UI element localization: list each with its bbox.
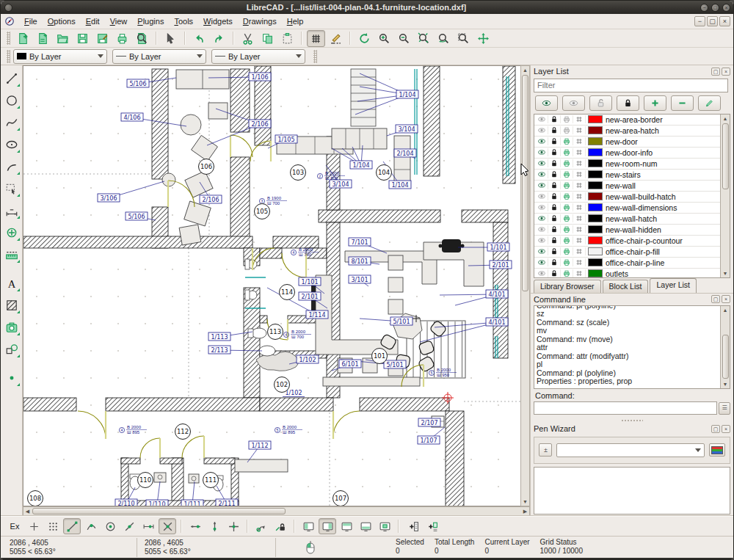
save-as-button[interactable] (93, 30, 112, 47)
layer-row[interactable]: office-chair-p-line (534, 258, 730, 269)
layer-row[interactable]: office-chair-p-countour (534, 236, 730, 247)
layer-row[interactable]: new-wall-hatch (534, 214, 730, 225)
layer-list-scrollbar[interactable]: ▲ ▼ (720, 114, 730, 277)
snap-center-button[interactable] (101, 518, 119, 534)
redraw-button[interactable] (355, 30, 374, 47)
menu-help[interactable]: Help (282, 15, 309, 27)
copy-button[interactable] (258, 30, 277, 47)
dock-area-floating-button[interactable] (376, 518, 393, 534)
dimension-tool-button[interactable] (2, 200, 21, 220)
extra-tool-1-button[interactable] (404, 518, 421, 534)
layer-color-swatch[interactable] (588, 236, 603, 244)
layer-lock-toggle[interactable] (548, 137, 561, 145)
layer-visibility-toggle[interactable] (536, 192, 548, 200)
dock-area-right-button[interactable] (319, 518, 336, 534)
layer-visibility-toggle[interactable] (536, 247, 548, 255)
zoom-window-button[interactable] (454, 30, 473, 47)
layer-scroll-down[interactable]: ▼ (722, 269, 730, 277)
layer-row[interactable]: new-wall-hidden (534, 225, 730, 236)
layer-construction-toggle[interactable] (573, 181, 586, 189)
window-close-button[interactable]: × (722, 4, 730, 12)
command-panel-float-button[interactable]: ▢ (711, 295, 720, 303)
block-tool-button[interactable] (2, 339, 21, 359)
snap-free-button[interactable] (25, 518, 43, 534)
layer-print-toggle[interactable] (561, 192, 573, 200)
draw-arc-button[interactable] (2, 156, 21, 176)
layer-lock-toggle[interactable] (548, 258, 561, 266)
layer-visibility-toggle[interactable] (536, 269, 548, 277)
snap-distance-button[interactable] (139, 518, 157, 534)
layer-visibility-toggle[interactable] (536, 258, 548, 266)
layer-row[interactable]: office-chair-p-fill (534, 247, 730, 258)
point-tool-button[interactable] (2, 368, 21, 388)
layer-visibility-toggle[interactable] (536, 181, 548, 189)
layer-row[interactable]: new-door-info (534, 148, 730, 159)
layer-color-swatch[interactable] (588, 214, 603, 222)
layer-color-swatch[interactable] (588, 126, 603, 134)
layer-lock-toggle[interactable] (548, 269, 561, 277)
layer-row[interactable]: new-wall-dimensions (534, 203, 730, 214)
cmd-scroll-thumb[interactable] (722, 335, 729, 379)
horizontal-scroll-thumb[interactable] (32, 508, 286, 514)
menu-view[interactable]: View (105, 15, 133, 27)
scroll-left-arrow[interactable]: ◀ (23, 507, 32, 515)
print-button[interactable] (113, 30, 131, 47)
layer-lock-toggle[interactable] (548, 148, 561, 156)
menu-drawings[interactable]: Drawings (238, 15, 282, 27)
layer-print-toggle[interactable] (561, 269, 573, 277)
layer-scroll-thumb[interactable] (722, 123, 729, 189)
layer-print-toggle[interactable] (561, 159, 573, 167)
layer-construction-toggle[interactable] (573, 214, 586, 222)
layer-panel-float-button[interactable]: ▢ (711, 68, 720, 76)
layer-lock-toggle[interactable] (548, 203, 561, 211)
layer-list[interactable]: new-area-bordernew-area-hatchnew-doornew… (534, 114, 730, 278)
draw-line-button[interactable] (2, 68, 21, 88)
layer-color-swatch[interactable] (588, 192, 603, 200)
zoom-in-button[interactable] (375, 30, 393, 47)
layer-construction-toggle[interactable] (573, 225, 586, 233)
layer-print-toggle[interactable] (561, 181, 573, 189)
layer-color-swatch[interactable] (588, 148, 603, 156)
layer-construction-toggle[interactable] (573, 247, 586, 255)
layer-print-toggle[interactable] (561, 247, 573, 255)
layer-color-swatch[interactable] (588, 115, 603, 123)
dock-area-left-button[interactable] (299, 518, 317, 534)
hatch-tool-button[interactable] (2, 295, 21, 315)
layer-filter-input[interactable] (534, 79, 728, 92)
dock-area-bottom-button[interactable] (357, 518, 374, 534)
layer-lock-toggle[interactable] (548, 126, 561, 134)
grid-toggle-button[interactable] (307, 30, 325, 47)
layer-row[interactable]: new-wall (534, 181, 730, 192)
snap-middle-button[interactable] (120, 518, 138, 534)
draft-mode-button[interactable] (327, 30, 345, 47)
snap-endpoint-button[interactable] (63, 518, 81, 534)
layer-row[interactable]: new-stairs (534, 170, 730, 181)
layer-print-toggle[interactable] (561, 214, 573, 222)
zoom-out-button[interactable] (395, 30, 413, 47)
image-tool-button[interactable] (2, 317, 21, 337)
layer-visibility-toggle[interactable] (536, 225, 548, 233)
layer-lock-toggle[interactable] (548, 236, 561, 244)
unlock-all-layers-button[interactable] (589, 95, 612, 111)
layer-construction-toggle[interactable] (573, 258, 586, 266)
new-drawing-button[interactable] (14, 30, 32, 47)
show-all-layers-button[interactable] (535, 95, 558, 111)
paste-button[interactable] (278, 30, 297, 47)
undo-button[interactable] (190, 30, 208, 47)
layer-color-swatch[interactable] (588, 247, 603, 255)
window-menu-button[interactable] (4, 4, 12, 12)
layer-visibility-toggle[interactable] (536, 126, 548, 134)
remove-layer-button[interactable] (671, 95, 694, 111)
window-maximize-button[interactable]: □ (711, 4, 719, 12)
restrict-orthogonal-button[interactable] (225, 518, 242, 534)
mdi-minimize-button[interactable]: − (694, 16, 705, 26)
layer-color-swatch[interactable] (588, 170, 603, 178)
command-history-scrollbar[interactable]: ▲ ▼ (720, 306, 730, 389)
menu-options[interactable]: Options (43, 15, 81, 27)
tab-block-list[interactable]: Block List (603, 280, 649, 293)
tab-library-browser[interactable]: Library Browser (534, 280, 601, 293)
layer-color-swatch[interactable] (588, 159, 603, 167)
new-from-template-button[interactable] (34, 30, 52, 47)
layer-print-toggle[interactable] (561, 148, 573, 156)
snap-grid-button[interactable] (44, 518, 62, 534)
